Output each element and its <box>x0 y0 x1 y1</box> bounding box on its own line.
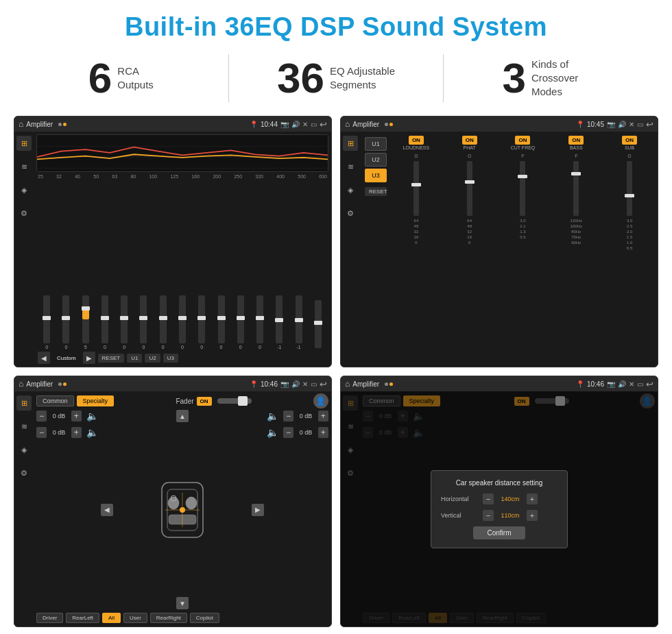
eq-slider-track[interactable] <box>276 295 283 343</box>
wave-side-icon[interactable]: ≋ <box>16 159 32 174</box>
volume-icon-2: 🔊 <box>618 121 626 128</box>
wave-side-icon-2[interactable]: ≋ <box>343 159 358 174</box>
dialog-vertical-minus[interactable]: − <box>483 510 494 521</box>
screen3-topbar: ⌂ Amplifier 📍 10:46 📷 🔊 ✕ ▭ ↩ <box>14 376 331 391</box>
fader-minus-4[interactable]: − <box>283 427 293 438</box>
stat-crossover: 3 Kinds ofCrossover Modes <box>444 57 658 99</box>
fader-plus-1[interactable]: + <box>71 411 82 422</box>
eq-freq-labels: 25 32 40 50 63 80 100 125 160 200 250 32… <box>36 174 328 179</box>
eq-slider-track[interactable] <box>160 295 167 343</box>
bass-on-btn[interactable]: ON <box>568 136 584 145</box>
fader-all-btn[interactable]: All <box>102 613 121 623</box>
eq-slider-track[interactable] <box>296 295 302 343</box>
camera-icon-3: 📷 <box>280 380 289 388</box>
settings-side-icon-2[interactable]: ⚙ <box>343 206 358 221</box>
screen1-content: ⊞ ≋ ◈ ⚙ <box>14 132 331 367</box>
screen-icon-4: ▭ <box>637 380 643 388</box>
fader-plus-4[interactable]: + <box>318 427 328 438</box>
cross-u3-btn[interactable]: U3 <box>365 169 387 182</box>
eq-u1-btn[interactable]: U1 <box>127 354 142 363</box>
screen2-title: Amplifier <box>352 121 379 128</box>
loudness-on-btn[interactable]: ON <box>409 136 424 145</box>
fader-right-controls: 🔈 − 0 dB + 🔈 − 0 dB + <box>267 410 328 609</box>
eq-slider-track[interactable] <box>315 300 322 348</box>
settings-side-icon-3[interactable]: ⚙ <box>16 465 32 480</box>
fader-minus-3[interactable]: − <box>283 411 293 422</box>
eq-custom-btn[interactable]: Custom <box>53 354 80 363</box>
sub-slider[interactable] <box>627 161 632 216</box>
dialog-horizontal-plus[interactable]: + <box>527 493 538 504</box>
fader-user-btn[interactable]: User <box>123 613 147 623</box>
eq-prev-btn[interactable]: ◀ <box>38 352 50 364</box>
bass-slider[interactable] <box>573 161 579 216</box>
fader-up-btn[interactable]: ▲ <box>176 410 189 422</box>
fader-plus-3[interactable]: + <box>318 411 328 422</box>
cutfreq-slider[interactable] <box>520 161 525 216</box>
fader-driver-btn[interactable]: Driver <box>36 613 63 623</box>
volume-icon-3: 🔊 <box>291 380 300 388</box>
eq-slider-track[interactable] <box>218 295 225 343</box>
eq-slider-track[interactable] <box>62 295 69 343</box>
eq-next-btn[interactable]: ▶ <box>83 352 95 364</box>
cutfreq-on-btn[interactable]: ON <box>515 136 530 145</box>
wave-side-icon-3[interactable]: ≋ <box>16 419 32 434</box>
loudness-slider[interactable] <box>413 161 419 216</box>
dialog-horizontal-minus[interactable]: − <box>483 493 494 504</box>
fader-rearright-btn[interactable]: RearRight <box>150 613 187 623</box>
eq-slider-track[interactable] <box>121 295 128 343</box>
speaker-side-icon-3[interactable]: ◈ <box>16 442 32 457</box>
eq-slider-track[interactable] <box>198 295 205 343</box>
fader-rearleft-btn[interactable]: RearLeft <box>66 613 99 623</box>
screen3-status-dots <box>58 382 67 386</box>
fader-copilot-btn[interactable]: Copilot <box>190 613 219 623</box>
fader-bottom-bar: Driver RearLeft All User RearRight Copil… <box>36 611 328 624</box>
eq-slider-col: 0 <box>154 295 172 350</box>
cross-u1-btn[interactable]: U1 <box>365 137 387 151</box>
fader-right-btn[interactable]: ▶ <box>252 504 264 516</box>
eq-slider-track[interactable] <box>256 295 263 343</box>
eq-slider-track[interactable] <box>43 295 50 343</box>
eq-u3-btn[interactable]: U3 <box>163 354 178 363</box>
screen1-time: 10:44 <box>261 121 278 128</box>
eq-slider-col: 5 <box>77 295 95 350</box>
speaker-side-icon[interactable]: ◈ <box>16 182 32 197</box>
eq-slider-col: 0 <box>232 295 250 350</box>
dialog-title: Car speaker distance setting <box>441 479 557 487</box>
home-icon-2: ⌂ <box>345 119 350 129</box>
fader-plus-2[interactable]: + <box>71 427 82 438</box>
eq-slider-track[interactable] <box>82 295 89 343</box>
fader-db-row-3: 🔈 − 0 dB + <box>267 410 328 422</box>
speaker-side-icon-2[interactable]: ◈ <box>343 182 358 197</box>
eq-u2-btn[interactable]: U2 <box>145 354 160 363</box>
fader-left-btn[interactable]: ◀ <box>101 504 113 516</box>
camera-icon-4: 📷 <box>607 380 615 388</box>
eq-slider-col: 0 <box>251 295 269 350</box>
dot2c <box>63 382 67 386</box>
fader-down-btn[interactable]: ▼ <box>176 597 189 609</box>
fader-common-tab[interactable]: Common <box>36 395 74 406</box>
eq-slider-track[interactable] <box>237 295 244 343</box>
fader-minus-2[interactable]: − <box>36 427 47 438</box>
cross-u2-btn[interactable]: U2 <box>365 153 387 167</box>
speaker-fl-icon: 🔈 <box>86 411 98 422</box>
phat-on-btn[interactable]: ON <box>462 136 477 145</box>
eq-slider-track[interactable] <box>140 295 147 343</box>
eq-slider-track[interactable] <box>101 295 108 343</box>
cross-reset-btn[interactable]: RESET <box>365 187 387 196</box>
close-icon-4: ✕ <box>629 380 634 388</box>
fader-on-btn[interactable]: ON <box>197 397 212 406</box>
eq-side-icon-2[interactable]: ⊞ <box>343 136 358 151</box>
sub-on-btn[interactable]: ON <box>622 136 637 145</box>
eq-side-icon-3[interactable]: ⊞ <box>16 395 32 411</box>
fader-specialty-tab[interactable]: Specialty <box>77 395 115 406</box>
eq-reset-btn[interactable]: RESET <box>98 354 125 363</box>
phat-slider[interactable] <box>467 161 472 216</box>
dialog-confirm-button[interactable]: Confirm <box>473 526 525 539</box>
stat-label-crossover: Kinds ofCrossover Modes <box>531 58 600 99</box>
cross-main: U1 U2 U3 RESET ON LOUDNESS <box>360 132 658 367</box>
eq-slider-track[interactable] <box>179 295 186 343</box>
fader-minus-1[interactable]: − <box>36 411 47 422</box>
settings-side-icon[interactable]: ⚙ <box>16 206 32 221</box>
dialog-vertical-plus[interactable]: + <box>527 510 538 521</box>
eq-side-icon[interactable]: ⊞ <box>16 136 32 151</box>
